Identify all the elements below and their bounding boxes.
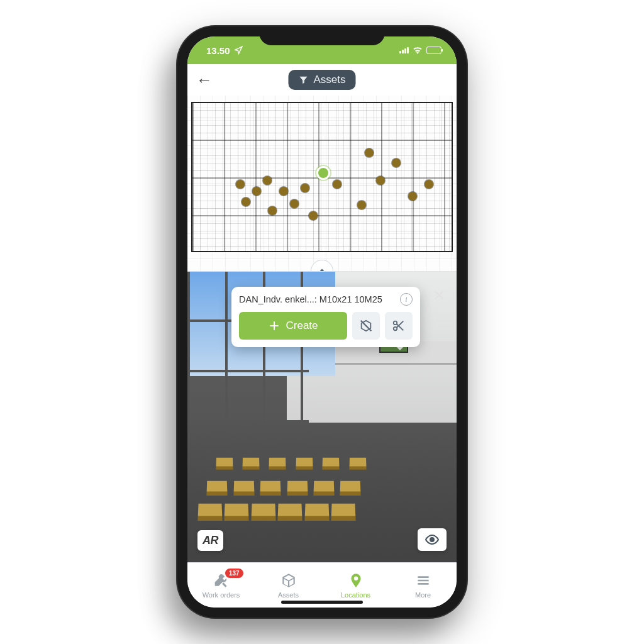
current-location-marker [316,166,330,180]
back-button[interactable]: ← [196,70,213,90]
asset-marker[interactable] [376,176,385,185]
asset-marker[interactable] [357,201,366,209]
svg-point-3 [430,538,434,541]
ar-label: AR [203,534,218,547]
cut-button[interactable] [385,312,413,340]
nav-label: Work orders [203,591,240,599]
signal-icon [399,47,409,53]
nav-assets[interactable]: Assets [255,572,322,599]
svg-point-2 [394,327,397,331]
visibility-button[interactable] [418,528,447,551]
scissors-icon [392,319,406,333]
menu-icon [415,572,431,589]
plus-icon [268,319,280,332]
chevron-up-icon [317,266,327,272]
asset-marker[interactable] [333,180,341,189]
cube-slash-icon [359,319,373,333]
screen: 13.50 ← Assets [187,36,457,608]
info-icon[interactable]: i [400,293,413,306]
asset-marker[interactable] [268,206,277,215]
status-right [399,47,441,54]
work-orders-badge: 137 [225,569,243,578]
floor-plan[interactable] [187,96,457,272]
nav-label: Locations [341,591,370,599]
filter-label: Assets [313,74,345,86]
cube-icon [280,572,297,589]
close-popup-button[interactable]: ✕ [433,287,445,304]
create-label: Create [286,319,318,332]
nav-locations[interactable]: Locations [322,572,389,599]
notch [259,26,385,45]
status-time: 13.50 [206,45,230,56]
asset-marker[interactable] [425,180,433,189]
ar-button[interactable]: AR [197,530,223,551]
asset-marker[interactable] [392,158,401,167]
battery-icon [426,47,441,54]
furniture [198,435,376,522]
nav-work-orders[interactable]: 137 Work orders [187,572,255,599]
asset-marker[interactable] [408,192,417,201]
asset-marker[interactable] [279,187,288,196]
status-left: 13.50 [206,45,243,56]
asset-marker[interactable] [301,184,309,192]
split-collapse-handle[interactable] [311,260,333,272]
asset-title: DAN_Indv. enkel...: M10x21 10M25 [239,294,395,304]
asset-marker[interactable] [263,176,272,185]
eye-icon [425,532,440,547]
home-indicator[interactable] [281,601,363,604]
phone-frame: 13.50 ← Assets [177,26,467,618]
nav-more[interactable]: More [389,572,457,599]
create-button[interactable]: Create [239,312,347,340]
location-pin-icon [348,572,364,589]
asset-marker[interactable] [309,211,318,220]
wifi-icon [413,47,423,54]
asset-marker[interactable] [252,187,261,196]
filter-pill[interactable]: Assets [288,70,355,90]
asset-marker[interactable] [236,180,245,189]
nav-label: More [415,591,431,599]
nav-label: Assets [278,591,299,599]
asset-marker[interactable] [242,197,250,206]
app-top-bar: ← Assets [187,64,457,96]
asset-marker[interactable] [290,199,299,208]
svg-point-1 [394,321,397,325]
3d-view[interactable]: ✕ DAN_Indv. enkel...: M10x21 10M25 i Cre… [187,272,457,562]
funnel-icon [298,75,308,85]
asset-popup: DAN_Indv. enkel...: M10x21 10M25 i Creat… [231,287,420,347]
hide-asset-button[interactable] [352,312,380,340]
asset-marker[interactable] [365,148,374,157]
location-arrow-icon [234,46,243,55]
bottom-nav: 137 Work orders Assets Locations [187,562,457,608]
